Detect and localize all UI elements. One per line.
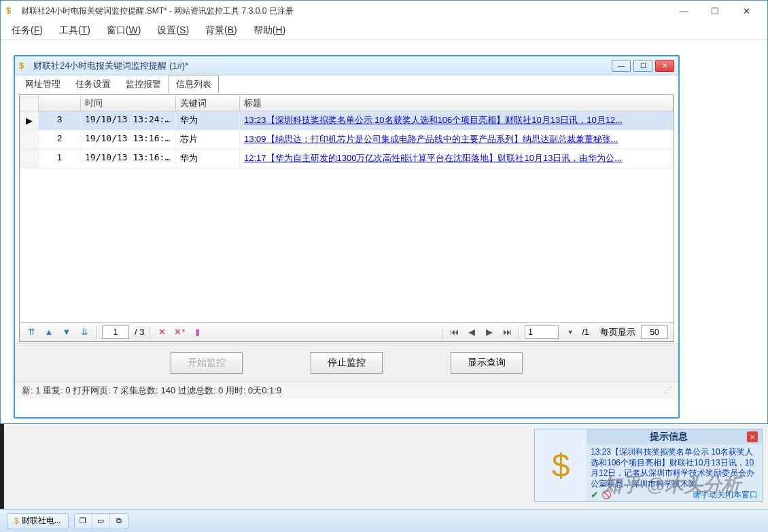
- notification-title: 提示信息: [591, 431, 747, 443]
- menu-tools[interactable]: 工具(T): [59, 24, 90, 37]
- nav-next-icon[interactable]: ▶: [483, 326, 495, 338]
- table-row[interactable]: ▶ 3 19/10/13 13:24:09 华为 13:23【深圳科技奖拟奖名单…: [20, 111, 674, 130]
- dropdown-icon[interactable]: ▼: [564, 326, 576, 338]
- move-up-icon[interactable]: ▲: [43, 326, 55, 338]
- title-link[interactable]: 13:23【深圳科技奖拟奖名单公示 10名获奖人选和106个项目亮相】财联社10…: [244, 115, 623, 125]
- taskbar-tile-button[interactable]: ▭: [92, 514, 110, 529]
- tab-url-management[interactable]: 网址管理: [18, 75, 68, 93]
- title-link[interactable]: 12:17【华为自主研发的1300万亿次高性能计算平台在沈阳落地】财联社10月1…: [244, 153, 622, 163]
- nav-last-icon[interactable]: ⏭: [501, 326, 513, 338]
- cell-title: 13:23【深圳科技奖拟奖名单公示 10名获奖人选和106个项目亮相】财联社10…: [240, 111, 674, 130]
- cell-num: 2: [39, 130, 81, 149]
- col-header-title[interactable]: 标题: [240, 95, 674, 111]
- page-input[interactable]: [102, 325, 129, 339]
- menu-task[interactable]: 任务(F): [12, 24, 43, 37]
- notification-footer: ✔ 🚫 请手动关闭本窗口: [587, 488, 762, 501]
- background-strip: [0, 424, 4, 509]
- filter-icon[interactable]: ▮: [191, 326, 203, 338]
- tab-alarm[interactable]: 监控报警: [118, 75, 169, 93]
- col-header-time[interactable]: 时间: [81, 95, 176, 111]
- col-header-marker: [20, 95, 39, 111]
- table-row[interactable]: 2 19/10/13 13:16:40 芯片 13:09【纳思达：打印机芯片是公…: [20, 130, 674, 149]
- separator: [519, 326, 519, 338]
- cell-keyword: 芯片: [176, 130, 240, 149]
- title-link[interactable]: 13:09【纳思达：打印机芯片是公司集成电路产品线中的主要产品系列】纳思达副总裁…: [244, 134, 618, 144]
- window-title: 财联社24小时电报关键词监控提醒.SMT* - 网站资讯监控工具 7.3.0.0…: [21, 5, 668, 17]
- nav-page-input[interactable]: [525, 325, 559, 339]
- notification-dollar-icon: $: [535, 429, 587, 501]
- separator: [442, 326, 442, 338]
- check-icon[interactable]: ✔: [591, 489, 599, 500]
- grid-footer: ⇈ ▲ ▼ ⇊ / 3 ✕ ✕* ▮ ⏮ ◀ ▶ ⏭ ▼ /1: [20, 322, 674, 341]
- nav-prev-icon[interactable]: ◀: [466, 326, 478, 338]
- start-monitor-button[interactable]: 开始监控: [171, 352, 243, 374]
- nav-first-icon[interactable]: ⏮: [448, 326, 460, 338]
- separator: [96, 326, 97, 338]
- per-page-label: 每页显示: [600, 326, 635, 338]
- child-app-icon: $: [19, 60, 30, 71]
- deny-icon[interactable]: 🚫: [601, 490, 612, 499]
- taskbar-item[interactable]: $ 财联社电...: [7, 513, 69, 529]
- taskbar-item-icon: $: [14, 516, 19, 526]
- delete-icon[interactable]: ✕: [156, 326, 168, 338]
- cell-time: 19/10/13 13:16:40: [81, 130, 176, 149]
- separator: [150, 326, 150, 338]
- move-down-icon[interactable]: ▼: [60, 326, 73, 338]
- status-bar: 新: 1 重复: 0 打开网页: 7 采集总数: 140 过滤总数: 0 用时:…: [15, 381, 678, 399]
- col-header-keyword[interactable]: 关键词: [176, 95, 240, 111]
- collapse-all-icon[interactable]: ⇈: [25, 326, 37, 338]
- cell-title: 13:09【纳思达：打印机芯片是公司集成电路产品线中的主要产品系列】纳思达副总裁…: [240, 130, 674, 149]
- tabstrip: 网址管理 任务设置 监控报警 信息列表: [15, 75, 678, 93]
- data-grid: 时间 关键词 标题 ▶ 3 19/10/13 13:24:09 华为 13:23…: [19, 94, 674, 342]
- row-marker-icon: [20, 149, 39, 168]
- cell-time: 19/10/13 13:24:09: [81, 111, 176, 130]
- child-window-controls: — ☐ ✕: [612, 60, 674, 72]
- show-query-button[interactable]: 显示查询: [451, 352, 523, 374]
- resize-grip-icon[interactable]: ⋰: [664, 386, 671, 395]
- taskbar-window-buttons: ❐ ▭ ⧉: [74, 513, 128, 529]
- menubar: 任务(F) 工具(T) 窗口(W) 设置(S) 背景(B) 帮助(H): [1, 21, 767, 40]
- child-close-button[interactable]: ✕: [655, 60, 674, 72]
- tab-info-list[interactable]: 信息列表: [169, 75, 219, 93]
- child-minimize-button[interactable]: —: [612, 60, 631, 72]
- taskbar-restore-button[interactable]: ⧉: [110, 514, 128, 529]
- child-title: 财联社24小时电报关键词监控提醒 (1#)*: [33, 60, 612, 72]
- menu-help[interactable]: 帮助(H): [254, 24, 285, 37]
- grid-header: 时间 关键词 标题: [20, 95, 674, 111]
- maximize-button[interactable]: ☐: [699, 1, 731, 21]
- table-row[interactable]: 1 19/10/13 13:16:40 华为 12:17【华为自主研发的1300…: [20, 149, 674, 169]
- row-marker-icon: [20, 130, 39, 149]
- col-header-num[interactable]: [39, 95, 81, 111]
- delete-all-icon[interactable]: ✕*: [173, 326, 186, 338]
- window-controls: — ☐ ✕: [668, 1, 762, 21]
- main-window: $ 财联社24小时电报关键词监控提醒.SMT* - 网站资讯监控工具 7.3.0…: [0, 0, 768, 424]
- cell-keyword: 华为: [176, 111, 240, 130]
- child-window: $ 财联社24小时电报关键词监控提醒 (1#)* — ☐ ✕ 网址管理 任务设置…: [14, 55, 680, 419]
- notification-close-button[interactable]: ✕: [747, 431, 758, 442]
- cell-num: 3: [39, 111, 81, 130]
- menu-background[interactable]: 背景(B): [205, 24, 237, 37]
- cell-title: 12:17【华为自主研发的1300万亿次高性能计算平台在沈阳落地】财联社10月1…: [240, 149, 674, 168]
- taskbar-cascade-button[interactable]: ❐: [75, 514, 92, 529]
- titlebar: $ 财联社24小时电报关键词监控提醒.SMT* - 网站资讯监控工具 7.3.0…: [1, 1, 767, 21]
- menu-window[interactable]: 窗口(W): [107, 24, 141, 37]
- per-page-input[interactable]: [641, 325, 668, 339]
- child-maximize-button[interactable]: ☐: [633, 60, 652, 72]
- grid-body[interactable]: ▶ 3 19/10/13 13:24:09 华为 13:23【深圳科技奖拟奖名单…: [20, 111, 674, 322]
- page-total-label: / 3: [135, 327, 144, 337]
- minimize-button[interactable]: —: [668, 1, 699, 21]
- tab-task-settings[interactable]: 任务设置: [68, 75, 118, 93]
- notification-hint: 请手动关闭本窗口: [693, 489, 758, 501]
- app-icon: $: [6, 5, 17, 16]
- row-marker-icon: ▶: [20, 111, 39, 130]
- cell-num: 1: [39, 149, 81, 168]
- close-button[interactable]: ✕: [731, 1, 762, 21]
- taskbar: $ 财联社电... ❐ ▭ ⧉: [0, 509, 768, 532]
- status-text: 新: 1 重复: 0 打开网页: 7 采集总数: 140 过滤总数: 0 用时:…: [22, 385, 281, 397]
- stop-monitor-button[interactable]: 停止监控: [311, 352, 383, 374]
- expand-all-icon[interactable]: ⇊: [78, 326, 90, 338]
- notification-header: 提示信息 ✕: [587, 429, 762, 444]
- menu-settings[interactable]: 设置(S): [157, 24, 189, 37]
- action-bar: 开始监控 停止监控 显示查询: [15, 343, 678, 381]
- nav-total-label: /1: [582, 327, 589, 337]
